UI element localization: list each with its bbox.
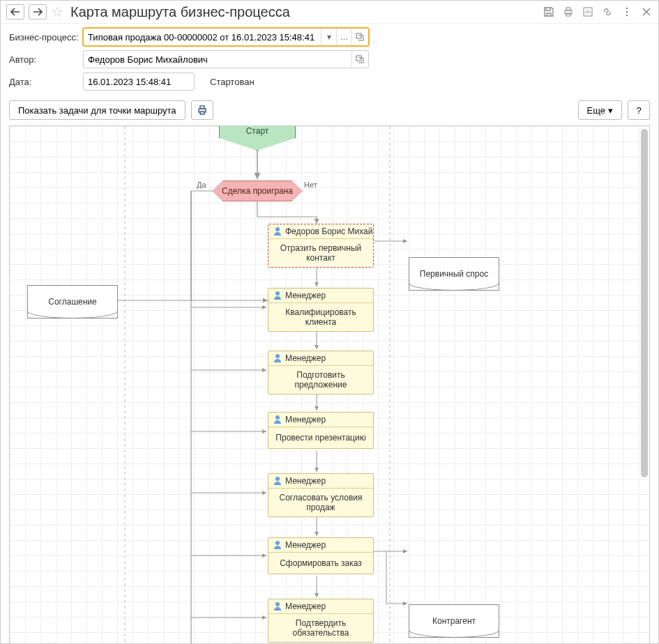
task-role: Менеджер — [285, 601, 326, 611]
nav-fwd-button[interactable] — [29, 4, 47, 20]
task-node[interactable]: Менеджер Согласовать условия продаж — [268, 473, 374, 517]
task-action: Отразить первичный контакт — [268, 239, 373, 267]
business-process-input-group: ▾ … — [83, 28, 369, 46]
task-role: Менеджер — [285, 540, 326, 550]
task-role: Менеджер — [285, 353, 326, 363]
status-text: Стартован — [210, 77, 255, 87]
decision-yes-label: Да — [197, 181, 206, 189]
task-role: Менеджер — [285, 415, 326, 424]
svg-point-35 — [275, 541, 280, 545]
decision-node[interactable]: Сделка проиграна — [212, 181, 303, 201]
author-input-group — [83, 50, 369, 68]
print-icon[interactable] — [562, 6, 575, 18]
svg-point-30 — [275, 227, 280, 231]
favorite-icon[interactable]: ☆ — [51, 3, 63, 20]
label-business-process: Бизнес-процесс: — [9, 32, 79, 43]
decision-no-label: Нет — [304, 181, 317, 189]
svg-rect-10 — [200, 106, 204, 109]
task-action: Квалифицировать клиента — [268, 303, 373, 331]
task-role: Федоров Борис Михайл... — [285, 227, 373, 236]
page-title: Карта маршрута бизнес-процесса — [70, 4, 538, 20]
link-icon[interactable] — [601, 6, 614, 18]
print-button[interactable] — [191, 100, 213, 120]
label-author: Автор: — [9, 54, 79, 65]
author-input[interactable] — [84, 51, 351, 68]
more-menu-icon[interactable] — [621, 6, 633, 18]
doc-counterparty[interactable]: Контрагент — [409, 604, 499, 638]
task-action: Согласовать условия продаж — [268, 489, 373, 516]
open-author-button[interactable] — [351, 51, 367, 68]
task-role: Менеджер — [285, 476, 326, 486]
chevron-down-icon: ▾ — [608, 105, 613, 116]
save-icon[interactable] — [543, 6, 555, 18]
svg-point-32 — [275, 354, 280, 358]
titlebar: ☆ Карта маршрута бизнес-процесса — [1, 1, 658, 24]
task-action: Провести презентацию — [268, 427, 373, 448]
task-node[interactable]: Менеджер Квалифицировать клиента — [268, 288, 374, 332]
show-tasks-button[interactable]: Показать задачи для точки маршрута — [9, 100, 185, 120]
more-button-label: Еще — [587, 105, 605, 116]
doc-primary-demand[interactable]: Первичный спрос — [409, 257, 499, 291]
start-node[interactable]: Старт — [219, 126, 296, 151]
task-node[interactable]: Менеджер Подтвердить обязательства — [268, 599, 374, 643]
close-icon[interactable] — [640, 6, 653, 18]
label-date: Дата: — [9, 77, 79, 87]
date-input[interactable] — [84, 73, 192, 90]
svg-point-4 — [626, 8, 628, 10]
dropdown-button[interactable]: ▾ — [321, 29, 336, 45]
open-button[interactable] — [351, 29, 367, 45]
svg-rect-11 — [200, 112, 204, 114]
help-button[interactable]: ? — [628, 100, 650, 120]
doc-agreement[interactable]: Соглашение — [27, 285, 118, 319]
vertical-scrollbar[interactable] — [641, 129, 648, 641]
svg-point-36 — [275, 602, 280, 606]
task-node[interactable]: Менеджер Подготовить предложение — [268, 351, 374, 394]
svg-point-33 — [275, 415, 280, 420]
select-button[interactable]: … — [336, 29, 351, 45]
task-node-current[interactable]: Федоров Борис Михайл... Отразить первичн… — [268, 224, 374, 268]
scrollbar-thumb[interactable] — [641, 129, 648, 477]
task-node[interactable]: Менеджер Провести презентацию — [268, 412, 374, 449]
task-action: Сформировать заказ — [268, 553, 373, 574]
svg-point-31 — [275, 291, 280, 296]
task-role: Менеджер — [285, 291, 326, 300]
task-node[interactable]: Менеджер Сформировать заказ — [268, 537, 374, 574]
business-process-input[interactable] — [84, 29, 321, 45]
flowchart-canvas[interactable]: Старт Сделка проиграна Да Нет Федоров Бо… — [9, 125, 650, 644]
svg-rect-1 — [566, 8, 570, 10]
nav-back-button[interactable] — [6, 4, 24, 20]
task-action: Подтвердить обязательства — [268, 614, 373, 642]
svg-point-34 — [275, 477, 280, 481]
svg-point-5 — [626, 11, 628, 13]
date-input-group — [83, 72, 195, 91]
svg-point-6 — [626, 15, 628, 17]
more-button[interactable]: Еще ▾ — [578, 100, 622, 120]
report-icon[interactable] — [582, 6, 594, 18]
task-action: Подготовить предложение — [268, 366, 373, 394]
